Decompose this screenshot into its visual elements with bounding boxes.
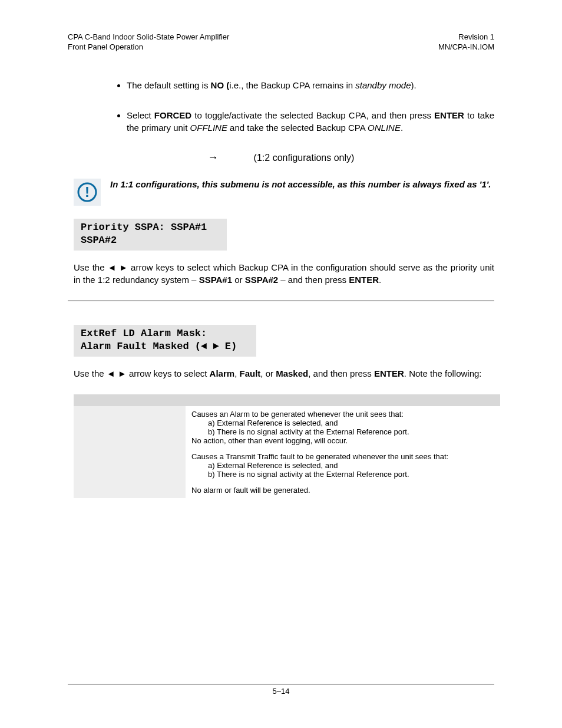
text: , or xyxy=(260,368,276,378)
table-row: Causes a Transmit Traffic fault to be ge… xyxy=(74,449,500,482)
text: No action, other than event logging, wil… xyxy=(191,436,348,445)
text: No alarm or fault will be generated. xyxy=(191,486,310,495)
header-subtitle: Front Panel Operation xyxy=(68,42,229,52)
table-header-cell xyxy=(186,394,500,406)
text-bold: Masked xyxy=(276,368,308,378)
warning-icon: ! xyxy=(74,179,101,206)
bullet-item-1: The default setting is NO (i.e., the Bac… xyxy=(127,79,494,91)
text-bold: Alarm xyxy=(210,368,235,378)
header-right: Revision 1 MN/CPA-IN.IOM xyxy=(438,32,494,52)
table-cell-desc: No alarm or fault will be generated. xyxy=(186,482,500,498)
lcd-line: ExtRef LD Alarm Mask: xyxy=(81,327,249,340)
text: ). xyxy=(411,80,416,90)
table-row: Causes an Alarm to be generated whenever… xyxy=(74,406,500,449)
text-bold: SSPA#2 xyxy=(245,275,278,285)
lcd-line: SSPA#2 xyxy=(81,234,220,247)
table-cell-desc: Causes an Alarm to be generated whenever… xyxy=(186,406,500,449)
section-divider xyxy=(68,301,494,301)
paragraph-1: Use the ◄ ► arrow keys to select which B… xyxy=(74,261,494,286)
text: i.e., the Backup CPA remains in xyxy=(229,80,355,90)
lcd-line: Alarm Fault Masked (◄ ► E) xyxy=(81,340,249,353)
table-header-cell xyxy=(74,394,186,406)
text: . xyxy=(401,123,403,133)
note-text: In 1:1 configurations, this submenu is n… xyxy=(110,179,491,190)
callout-note: ! In 1:1 configurations, this submenu is… xyxy=(74,179,494,206)
text: Causes a Transmit Traffic fault to be ge… xyxy=(191,452,448,461)
text: b) There is no signal activity at the Ex… xyxy=(191,470,494,479)
text-bold: Fault xyxy=(239,368,260,378)
header-revision: Revision 1 xyxy=(438,32,494,42)
text: . xyxy=(379,275,381,285)
table-cell-label xyxy=(74,449,186,482)
text: – and then press xyxy=(278,275,349,285)
text-bold: NO ( xyxy=(211,80,230,90)
table-cell-label xyxy=(74,406,186,449)
header-docnum: MN/CPA-IN.IOM xyxy=(438,42,494,52)
text: . Note the following: xyxy=(404,368,482,378)
text: The default setting is xyxy=(127,80,211,90)
arrow-icon: → xyxy=(208,151,219,163)
text-bold: ENTER xyxy=(349,275,379,285)
arrow-note: →(1:2 configurations only) xyxy=(68,151,494,164)
text: a) External Reference is selected, and xyxy=(191,419,494,427)
lcd-display-1: Priority SSPA: SSPA#1 SSPA#2 xyxy=(74,219,227,251)
table-cell-label xyxy=(74,482,186,498)
lcd-line: Priority SSPA: SSPA#1 xyxy=(81,221,220,234)
text-bold: SSPA#1 xyxy=(199,275,232,285)
table-header-row xyxy=(74,394,500,406)
paragraph-2: Use the ◄ ► arrow keys to select Alarm, … xyxy=(74,367,494,380)
text: to toggle/activate the selected Backup C… xyxy=(191,110,434,120)
text-italic: standby mode xyxy=(355,80,411,90)
text: Select xyxy=(127,110,154,120)
text-bold: FORCED xyxy=(154,110,191,120)
text-italic: OFFLINE xyxy=(190,123,227,133)
text: a) External Reference is selected, and xyxy=(191,461,494,470)
text-bold: ENTER xyxy=(434,110,464,120)
text: or xyxy=(232,275,245,285)
alarm-table: Causes an Alarm to be generated whenever… xyxy=(74,394,500,498)
lcd-display-2: ExtRef LD Alarm Mask: Alarm Fault Masked… xyxy=(74,325,256,357)
text: Causes an Alarm to be generated whenever… xyxy=(191,410,404,419)
bullet-list: The default setting is NO (i.e., the Bac… xyxy=(114,79,494,134)
page-footer: 5–14 xyxy=(68,684,494,696)
text: b) There is no signal activity at the Ex… xyxy=(191,427,494,436)
header-left: CPA C-Band Indoor Solid-State Power Ampl… xyxy=(68,32,229,52)
bullet-item-2: Select FORCED to toggle/activate the sel… xyxy=(127,109,494,134)
text: and take the selected Backup CPA xyxy=(227,123,368,133)
text-bold: ENTER xyxy=(374,368,404,378)
page-number: 5–14 xyxy=(273,687,290,696)
table-row: No alarm or fault will be generated. xyxy=(74,482,500,498)
text: , and then press xyxy=(308,368,374,378)
text: Use the ◄ ► arrow keys to select xyxy=(74,368,210,378)
text-italic: ONLINE xyxy=(368,123,401,133)
arrow-text: (1:2 configurations only) xyxy=(254,153,355,163)
header-title: CPA C-Band Indoor Solid-State Power Ampl… xyxy=(68,32,229,42)
page-header: CPA C-Band Indoor Solid-State Power Ampl… xyxy=(68,32,494,52)
table-cell-desc: Causes a Transmit Traffic fault to be ge… xyxy=(186,449,500,482)
